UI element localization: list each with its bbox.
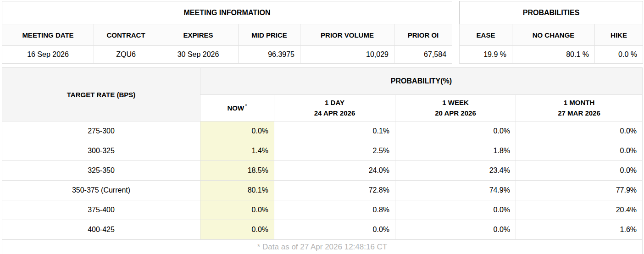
target-rate-cell: 275-300 [2,121,200,141]
group-header-row: TARGET RATE (BPS) PROBABILITY(%) [2,68,643,95]
col-prior-volume: PRIOR VOLUME [300,24,394,46]
target-rate-cell: 325-350 [2,161,200,181]
prior-oi-value: 67,584 [394,46,452,64]
col-hike: HIKE [595,24,643,46]
contract-value: ZQU6 [94,46,158,64]
table-row: 375-400 0.0% 0.8% 0.0% 20.4% [2,200,643,220]
period-date: 27 MAR 2026 [558,109,600,117]
col-ease: EASE [460,24,512,46]
now-asterisk: * [245,103,247,109]
target-rate-cell: 300-325 [2,141,200,161]
footnote-row: * Data as of 27 Apr 2026 12:48:16 CT [2,240,643,254]
col-mid-price: MID PRICE [239,24,300,46]
target-rate-header: TARGET RATE (BPS) [2,68,200,121]
probabilities-header-row: EASE NO CHANGE HIKE [460,24,643,46]
period-date: 20 APR 2026 [435,109,476,117]
target-rate-cell: 350-375 (Current) [2,181,200,200]
col-1-day: 1 DAY 24 APR 2026 [274,95,395,121]
col-prior-oi: PRIOR OI [394,24,452,46]
week-prob-cell: 0.0% [395,121,516,141]
meeting-information-table: MEETING INFORMATION MEETING DATE CONTRAC… [2,1,452,64]
week-prob-cell: 1.8% [395,141,516,161]
mid-price-value: 96.3975 [239,46,300,64]
day-prob-cell: 24.0% [274,161,395,181]
now-prob-cell: 0.0% [200,220,274,240]
month-prob-cell: 0.0% [516,141,643,161]
meeting-information-title: MEETING INFORMATION [2,1,452,24]
month-prob-cell: 0.0% [516,161,643,181]
col-meeting-date: MEETING DATE [2,24,94,46]
table-row: 400-425 0.0% 0.0% 0.0% 1.6% [2,220,643,240]
ease-value: 19.9 % [460,46,512,64]
day-prob-cell: 0.0% [274,220,395,240]
prior-volume-value: 10,029 [300,46,394,64]
day-prob-cell: 0.1% [274,121,395,141]
table-row: 325-350 18.5% 24.0% 23.4% 0.0% [2,161,643,181]
month-prob-cell: 20.4% [516,200,643,220]
col-now: NOW* [200,95,274,121]
target-rate-probability-table: TARGET RATE (BPS) PROBABILITY(%) NOW* 1 … [2,67,643,254]
period-label: 1 MONTH [564,99,595,106]
period-date: 24 APR 2026 [314,109,355,117]
week-prob-cell: 0.0% [395,200,516,220]
target-rate-cell: 375-400 [2,200,200,220]
month-prob-cell: 77.9% [516,181,643,200]
now-prob-cell: 1.4% [200,141,274,161]
month-prob-cell: 1.6% [516,220,643,240]
col-no-change: NO CHANGE [512,24,595,46]
week-prob-cell: 23.4% [395,161,516,181]
probability-group-header: PROBABILITY(%) [200,68,643,95]
col-1-month: 1 MONTH 27 MAR 2026 [516,95,643,121]
probabilities-data-row: 19.9 % 80.1 % 0.0 % [460,46,643,64]
now-prob-cell: 18.5% [200,161,274,181]
period-label: 1 WEEK [442,99,469,106]
day-prob-cell: 2.5% [274,141,395,161]
fedwatch-page: MEETING INFORMATION MEETING DATE CONTRAC… [0,0,644,254]
day-prob-cell: 72.8% [274,181,395,200]
week-prob-cell: 0.0% [395,220,516,240]
expires-value: 30 Sep 2026 [158,46,239,64]
no-change-value: 80.1 % [512,46,595,64]
col-contract: CONTRACT [94,24,158,46]
col-1-week: 1 WEEK 20 APR 2026 [395,95,516,121]
target-rate-cell: 400-425 [2,220,200,240]
hike-value: 0.0 % [595,46,643,64]
week-prob-cell: 74.9% [395,181,516,200]
table-row: 300-325 1.4% 2.5% 1.8% 0.0% [2,141,643,161]
probabilities-table: PROBABILITIES EASE NO CHANGE HIKE 19.9 %… [459,1,643,64]
now-prob-cell: 0.0% [200,121,274,141]
now-prob-cell: 80.1% [200,181,274,200]
top-summary-row: MEETING INFORMATION MEETING DATE CONTRAC… [2,1,642,64]
table-row-current: 350-375 (Current) 80.1% 72.8% 74.9% 77.9… [2,181,643,200]
col-expires: EXPIRES [158,24,239,46]
now-label: NOW [228,104,244,112]
table-row: 275-300 0.0% 0.1% 0.0% 0.0% [2,121,643,141]
month-prob-cell: 0.0% [516,121,643,141]
meeting-date-value: 16 Sep 2026 [2,46,94,64]
period-label: 1 DAY [325,99,344,106]
now-prob-cell: 0.0% [200,200,274,220]
day-prob-cell: 0.8% [274,200,395,220]
probabilities-title: PROBABILITIES [460,1,643,24]
meeting-information-data-row: 16 Sep 2026 ZQU6 30 Sep 2026 96.3975 10,… [2,46,452,64]
data-as-of-note: * Data as of 27 Apr 2026 12:48:16 CT [2,240,643,254]
meeting-information-header-row: MEETING DATE CONTRACT EXPIRES MID PRICE … [2,24,452,46]
